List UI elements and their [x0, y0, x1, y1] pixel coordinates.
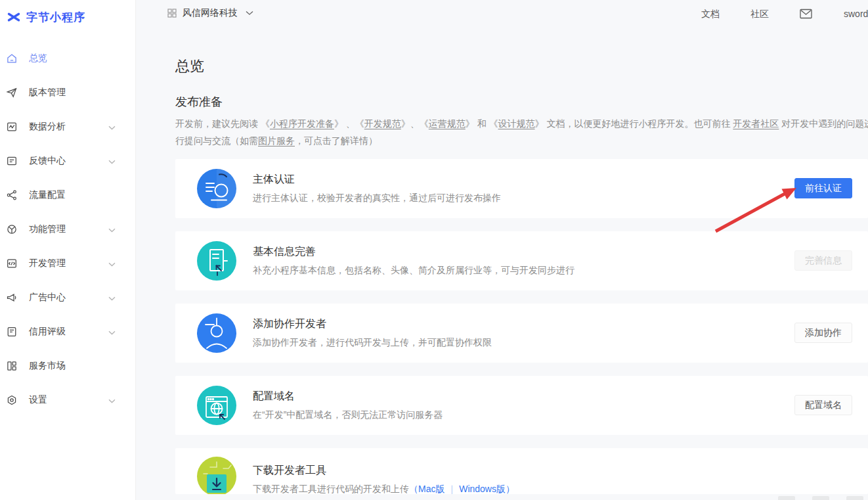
sidebar-item-label: 开发管理	[29, 258, 66, 269]
intro-line-2: 行提问与交流（如需图片服务，可点击了解详情）	[175, 132, 868, 149]
comment-icon	[6, 155, 18, 167]
intro-text: 》 和 《	[466, 118, 498, 129]
chevron-down-icon	[246, 11, 253, 16]
card-text: 添加协作开发者 添加协作开发者，进行代码开发与上传，并可配置协作权限	[253, 317, 492, 349]
sidebar-item-marketplace[interactable]: 服务市场	[0, 349, 135, 383]
sidebar-item-label: 版本管理	[29, 87, 66, 99]
go-verify-button[interactable]: 前往认证	[794, 178, 852, 198]
link-dev-prep[interactable]: 小程序开发准备	[270, 118, 334, 129]
bottom-cutoff-artifact	[812, 496, 829, 500]
mail-icon[interactable]	[800, 9, 812, 19]
sidebar: 字节小程序 总览 版本管理 数据分析	[0, 0, 136, 500]
profile-form-icon	[197, 241, 236, 281]
sidebar-item-label: 功能管理	[29, 223, 66, 235]
bottom-cutoff-artifact	[778, 496, 795, 500]
link-dev-community[interactable]: 开发者社区	[733, 118, 779, 129]
sidebar-item-label: 反馈中心	[29, 155, 66, 167]
chart-icon	[6, 121, 18, 133]
bottom-cutoff-artifact	[846, 496, 863, 500]
card-description: 补充小程序基本信息，包括名称、头像、简介及所属行业等，可与开发同步进行	[253, 265, 575, 277]
sidebar-item-traffic[interactable]: 流量配置	[0, 178, 135, 212]
card-download-devtools: 下载开发者工具 下载开发者工具进行代码的开发和上传（Mac版｜Windows版）	[175, 448, 868, 494]
intro-text: 》 文档，以便更好地进行小程序开发。也可前往	[535, 118, 733, 129]
intro-text: 对开发中遇到的问题进	[779, 118, 868, 129]
collaborator-person-icon	[197, 313, 236, 353]
paper-plane-icon	[6, 87, 18, 99]
link-design-spec[interactable]: 设计规范	[498, 118, 535, 129]
megaphone-icon	[6, 292, 18, 304]
card-text: 基本信息完善 补充小程序基本信息，包括名称、头像、简介及所属行业等，可与开发同步…	[253, 245, 575, 277]
intro-text: 》 、《	[334, 118, 364, 129]
brand-name: 字节小程序	[26, 10, 85, 25]
sidebar-item-label: 信用评级	[29, 326, 66, 338]
card-title: 下载开发者工具	[253, 464, 515, 478]
chevron-down-icon[interactable]	[108, 224, 116, 235]
layout-grid-icon	[6, 360, 18, 372]
sidebar-item-version[interactable]: 版本管理	[0, 76, 135, 110]
sidebar-item-ads[interactable]: 广告中心	[0, 281, 135, 315]
link-dev-spec[interactable]: 开发规范	[364, 118, 401, 129]
card-text: 下载开发者工具 下载开发者工具进行代码的开发和上传（Mac版｜Windows版）	[253, 464, 515, 494]
card-configure-domain: 配置域名 在“开发”中配置域名，否则无法正常访问服务器 配置域名	[175, 376, 868, 435]
workspace-switcher[interactable]: 风信网络科技	[167, 7, 253, 19]
bytedance-miniapp-console: { "brand": { "name": "字节小程序" }, "header"…	[0, 0, 868, 500]
chevron-down-icon[interactable]	[108, 258, 116, 269]
intro-paragraph: 开发前，建议先阅读 《小程序开发准备》 、《开发规范》、《运营规范》 和 《设计…	[175, 115, 868, 149]
sidebar-item-label: 流量配置	[29, 189, 66, 201]
chevron-down-icon[interactable]	[108, 122, 116, 132]
brand-logo[interactable]: 字节小程序	[0, 0, 135, 26]
sidebar-item-settings[interactable]: 设置	[0, 383, 135, 417]
card-title: 基本信息完善	[253, 245, 575, 259]
sidebar-item-label: 广告中心	[29, 292, 66, 304]
configure-domain-button[interactable]: 配置域名	[794, 395, 852, 415]
sidebar-item-development[interactable]: 开发管理	[0, 246, 135, 281]
card-identity-verification: 主体认证 进行主体认证，校验开发者的真实性，通过后可进行发布操作 前往认证	[175, 159, 868, 218]
home-icon	[6, 53, 18, 64]
card-text: 配置域名 在“开发”中配置域名，否则无法正常访问服务器	[253, 390, 443, 421]
card-text: 主体认证 进行主体认证，校验开发者的真实性，通过后可进行发布操作	[253, 173, 501, 204]
mac-download-link[interactable]: Mac版	[418, 484, 445, 494]
spark-logo-icon	[5, 9, 22, 26]
document-lines-icon	[6, 326, 18, 338]
card-add-collaborator: 添加协作开发者 添加协作开发者，进行代码开发与上传，并可配置协作权限 添加协作	[175, 304, 868, 363]
docs-link[interactable]: 文档	[701, 9, 720, 20]
domain-globe-icon	[197, 386, 236, 425]
chevron-down-icon[interactable]	[108, 327, 116, 337]
ball-icon	[6, 223, 18, 235]
identity-badge-icon	[197, 169, 236, 208]
link-image-service[interactable]: 图片服务	[258, 135, 295, 146]
sidebar-item-features[interactable]: 功能管理	[0, 212, 135, 246]
community-link[interactable]: 社区	[750, 9, 769, 20]
page-title: 总览	[175, 57, 204, 76]
sidebar-item-label: 总览	[29, 53, 47, 64]
intro-text: ，可点击了解详情）	[295, 135, 378, 146]
chevron-down-icon[interactable]	[108, 395, 116, 405]
card-title: 添加协作开发者	[253, 317, 492, 331]
username[interactable]: sword	[844, 9, 868, 19]
card-description: 在“开发”中配置域名，否则无法正常访问服务器	[253, 409, 443, 421]
link-op-spec[interactable]: 运营规范	[429, 118, 466, 129]
intro-text: 开发前，建议先阅读 《	[175, 118, 270, 129]
sidebar-item-label: 服务市场	[29, 360, 66, 372]
sidebar-item-feedback[interactable]: 反馈中心	[0, 144, 135, 178]
windows-download-link[interactable]: Windows版	[459, 484, 506, 494]
sidebar-item-credit[interactable]: 信用评级	[0, 315, 135, 349]
sidebar-item-label: 数据分析	[29, 121, 66, 133]
chevron-down-icon[interactable]	[108, 292, 116, 303]
download-tool-icon	[197, 457, 236, 494]
intro-text: 行提问与交流（如需	[175, 135, 258, 146]
sidebar-item-overview[interactable]: 总览	[0, 41, 135, 76]
checklist-cards: 主体认证 进行主体认证，校验开发者的真实性，通过后可进行发布操作 前往认证 基本…	[175, 159, 868, 494]
close-paren: ）	[506, 484, 515, 494]
workspace-name: 风信网络科技	[183, 7, 238, 19]
chevron-down-icon[interactable]	[108, 156, 116, 166]
card-description: 下载开发者工具进行代码的开发和上传（Mac版｜Windows版）	[253, 484, 515, 494]
card-description: 进行主体认证，校验开发者的真实性，通过后可进行发布操作	[253, 193, 501, 204]
intro-line-1: 开发前，建议先阅读 《小程序开发准备》 、《开发规范》、《运营规范》 和 《设计…	[175, 115, 868, 132]
complete-info-button: 完善信息	[794, 250, 852, 271]
sidebar-item-analytics[interactable]: 数据分析	[0, 110, 135, 144]
link-separator: ｜	[447, 484, 456, 494]
card-title: 配置域名	[253, 390, 443, 403]
share-nodes-icon	[6, 189, 18, 201]
add-collaborator-button[interactable]: 添加协作	[794, 323, 852, 343]
